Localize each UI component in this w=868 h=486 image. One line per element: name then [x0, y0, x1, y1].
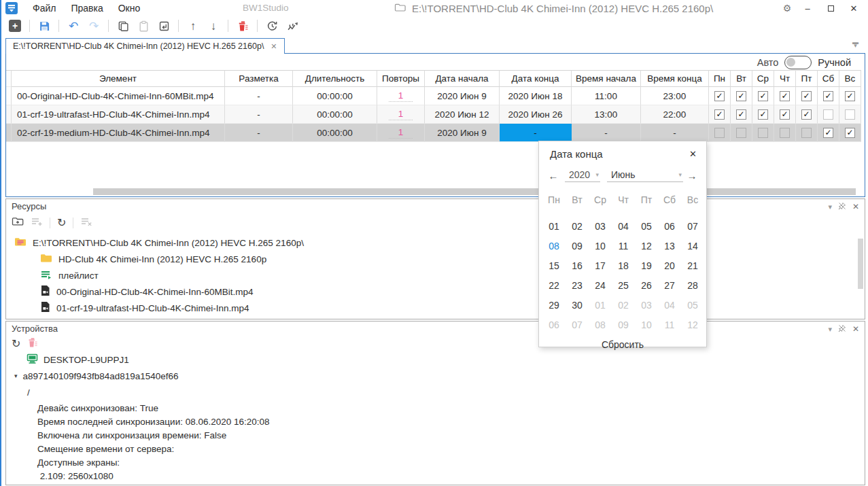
day-checkbox[interactable]: ✓: [780, 109, 790, 120]
cell-day[interactable]: ✓: [709, 87, 731, 105]
unpin-icon[interactable]: [838, 323, 846, 335]
add-button[interactable]: +: [7, 18, 23, 34]
cell-day[interactable]: [731, 124, 752, 142]
cell-day[interactable]: ✓: [731, 105, 752, 124]
calendar-day[interactable]: 23: [566, 275, 589, 295]
cell-duration[interactable]: 00:00:00: [293, 105, 377, 124]
day-checkbox[interactable]: [736, 128, 746, 138]
calendar-day[interactable]: 17: [589, 256, 612, 275]
calendar-day[interactable]: 16: [566, 256, 589, 275]
day-column-header[interactable]: Сб: [818, 70, 839, 87]
settings-gear-icon[interactable]: ⚙: [778, 0, 796, 16]
calendar-day[interactable]: 06: [542, 315, 566, 334]
panel-close-icon[interactable]: ✕: [852, 325, 859, 333]
collapse-arrow-icon[interactable]: ▾: [6, 372, 18, 379]
day-checkbox[interactable]: [780, 128, 790, 138]
tree-item[interactable]: HD-Club 4K Chimei-Inn (2012) HEVC H.265 …: [6, 251, 855, 267]
day-checkbox[interactable]: ✓: [736, 91, 746, 101]
cell-name[interactable]: 00-Original-HD-Club-4K-Chimei-Inn-60MBit…: [12, 87, 225, 105]
calendar-day[interactable]: 13: [658, 236, 681, 256]
cell-day[interactable]: ✓: [709, 105, 731, 124]
cell-time-end[interactable]: -: [641, 124, 709, 142]
cell-name[interactable]: 02-crf-19-medium-HD-Club-4K-Chimei-Inn.m…: [12, 124, 225, 142]
cell-day[interactable]: [774, 124, 796, 142]
day-checkbox[interactable]: [845, 109, 855, 120]
calendar-day[interactable]: 15: [542, 256, 566, 275]
device-computer-row[interactable]: DESKTOP-L9UPPJ1: [6, 351, 855, 368]
cell-time-start[interactable]: 13:00: [572, 105, 641, 124]
devices-refresh-icon[interactable]: ↻: [12, 339, 20, 349]
calendar-day[interactable]: 24: [589, 275, 612, 295]
day-checkbox[interactable]: ✓: [823, 128, 833, 138]
save-button[interactable]: [36, 18, 52, 34]
day-column-header[interactable]: Ср: [752, 70, 774, 87]
calendar-day[interactable]: 04: [612, 216, 635, 236]
column-header[interactable]: Повторы: [377, 70, 425, 87]
cell-date-start[interactable]: 2020 Июн 9: [425, 124, 500, 142]
device-root-row[interactable]: /: [6, 384, 855, 400]
tab-list-dropdown-icon[interactable]: ▬▾: [852, 41, 858, 48]
day-checkbox[interactable]: [823, 109, 833, 120]
tab-close-icon[interactable]: ✕: [271, 42, 277, 51]
menu-edit[interactable]: Правка: [71, 3, 103, 14]
tree-item[interactable]: плейлист: [6, 267, 855, 283]
day-checkbox[interactable]: ✓: [801, 91, 812, 101]
remove-playlist-button[interactable]: [80, 217, 92, 229]
calendar-day[interactable]: 07: [566, 315, 589, 334]
calendar-reset-button[interactable]: Сбросить: [539, 339, 706, 350]
cell-date-start[interactable]: 2020 Июн 12: [425, 105, 500, 124]
day-checkbox[interactable]: [714, 128, 725, 138]
column-header[interactable]: Дата начала: [425, 70, 500, 87]
calendar-day[interactable]: 27: [658, 275, 681, 295]
calendar-day[interactable]: 05: [635, 216, 658, 236]
calendar-day[interactable]: 01: [589, 295, 612, 315]
device-id-row[interactable]: ▾ a897140109f943fb84ad819a1540ef66: [6, 368, 855, 384]
move-up-button[interactable]: ↑: [185, 18, 201, 34]
cell-day[interactable]: [709, 124, 731, 142]
calendar-day[interactable]: 28: [681, 275, 704, 295]
calendar-day[interactable]: 22: [542, 275, 566, 295]
cell-markup[interactable]: -: [225, 124, 293, 142]
maximize-button[interactable]: [819, 0, 842, 16]
column-header[interactable]: Время конца: [641, 70, 709, 87]
day-checkbox[interactable]: ✓: [845, 128, 855, 138]
column-header[interactable]: Разметка: [225, 70, 293, 87]
cell-duration[interactable]: 00:00:00: [293, 87, 377, 105]
day-checkbox[interactable]: [801, 128, 812, 138]
sync-history-button[interactable]: [264, 18, 280, 34]
duplicate-button[interactable]: [156, 18, 172, 34]
calendar-prev-icon[interactable]: ←: [547, 170, 559, 181]
paste-button[interactable]: [135, 18, 152, 34]
cell-day[interactable]: ✓: [796, 105, 818, 124]
calendar-day[interactable]: 12: [681, 315, 704, 334]
panel-close-icon[interactable]: ✕: [852, 203, 859, 211]
cell-repeats[interactable]: 1: [377, 87, 425, 105]
undo-button[interactable]: ↶: [65, 18, 82, 34]
add-folder-button[interactable]: [12, 216, 24, 230]
cell-day[interactable]: [796, 124, 818, 142]
calendar-next-icon[interactable]: →: [686, 170, 698, 181]
resources-refresh-icon[interactable]: ↻: [57, 218, 66, 228]
calendar-month-dropdown[interactable]: Июнь▾: [607, 169, 683, 182]
calendar-day[interactable]: 09: [566, 236, 589, 256]
cell-date-end[interactable]: -: [500, 124, 572, 142]
column-header[interactable]: Дата конца: [500, 70, 572, 87]
calendar-day[interactable]: 18: [612, 256, 635, 275]
day-column-header[interactable]: Пт: [796, 70, 818, 87]
calendar-day[interactable]: 12: [635, 236, 658, 256]
cell-day[interactable]: [818, 105, 839, 124]
horizontal-scrollbar[interactable]: [93, 188, 856, 195]
day-column-header[interactable]: Чт: [774, 70, 796, 87]
cell-day[interactable]: ✓: [796, 87, 818, 105]
table-row[interactable]: 01-crf-19-ultrafast-HD-Club-4K-Chimei-In…: [6, 105, 861, 124]
calendar-day[interactable]: 05: [681, 295, 704, 315]
redo-button[interactable]: ↷: [86, 18, 102, 34]
cell-day[interactable]: ✓: [818, 124, 839, 142]
delete-button[interactable]: [235, 18, 251, 34]
calendar-day[interactable]: 06: [658, 216, 681, 236]
day-checkbox[interactable]: ✓: [758, 91, 768, 101]
calendar-day[interactable]: 07: [681, 216, 704, 236]
column-header[interactable]: Время начала: [572, 70, 641, 87]
cell-day[interactable]: [752, 124, 774, 142]
panel-menu-dropdown-icon[interactable]: ▾: [828, 203, 832, 211]
